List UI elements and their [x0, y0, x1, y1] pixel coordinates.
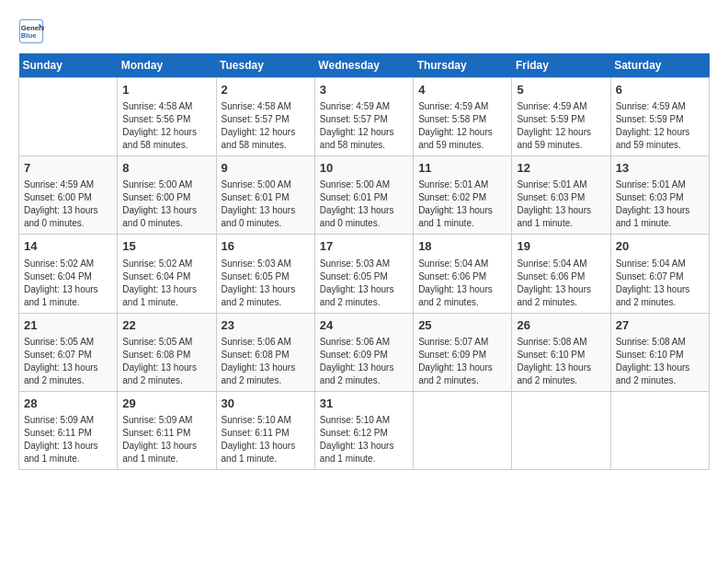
header-friday: Friday — [512, 53, 610, 78]
calendar-cell: 5Sunrise: 4:59 AM Sunset: 5:59 PM Daylig… — [512, 78, 610, 156]
day-number: 12 — [517, 160, 605, 177]
calendar-cell: 14Sunrise: 5:02 AM Sunset: 6:04 PM Dayli… — [19, 235, 118, 313]
day-number: 15 — [122, 238, 210, 255]
header-wednesday: Wednesday — [314, 53, 413, 78]
week-row-1: 1Sunrise: 4:58 AM Sunset: 5:56 PM Daylig… — [19, 78, 710, 156]
calendar-cell: 23Sunrise: 5:06 AM Sunset: 6:08 PM Dayli… — [216, 313, 314, 391]
calendar-cell: 8Sunrise: 5:00 AM Sunset: 6:00 PM Daylig… — [118, 156, 216, 235]
calendar-table: SundayMondayTuesdayWednesdayThursdayFrid… — [18, 53, 710, 470]
day-info: Sunrise: 5:01 AM Sunset: 6:03 PM Dayligh… — [517, 178, 605, 230]
day-info: Sunrise: 5:10 AM Sunset: 6:12 PM Dayligh… — [320, 414, 408, 465]
page-header: General Blue — [18, 18, 710, 44]
day-number: 29 — [122, 396, 210, 412]
day-info: Sunrise: 5:08 AM Sunset: 6:10 PM Dayligh… — [616, 336, 704, 387]
day-info: Sunrise: 5:01 AM Sunset: 6:03 PM Dayligh… — [616, 178, 704, 230]
day-info: Sunrise: 5:10 AM Sunset: 6:11 PM Dayligh… — [222, 414, 310, 465]
calendar-cell: 20Sunrise: 5:04 AM Sunset: 6:07 PM Dayli… — [610, 235, 709, 313]
day-info: Sunrise: 5:00 AM Sunset: 6:00 PM Dayligh… — [122, 178, 210, 230]
day-number: 6 — [616, 82, 704, 98]
day-info: Sunrise: 5:05 AM Sunset: 6:08 PM Dayligh… — [122, 336, 210, 387]
day-number: 14 — [24, 238, 112, 255]
day-info: Sunrise: 5:06 AM Sunset: 6:08 PM Dayligh… — [222, 336, 310, 387]
day-number: 28 — [24, 396, 112, 412]
calendar-cell: 22Sunrise: 5:05 AM Sunset: 6:08 PM Dayli… — [118, 313, 216, 391]
calendar-cell: 24Sunrise: 5:06 AM Sunset: 6:09 PM Dayli… — [314, 313, 413, 391]
calendar-cell: 12Sunrise: 5:01 AM Sunset: 6:03 PM Dayli… — [512, 156, 610, 235]
calendar-cell: 19Sunrise: 5:04 AM Sunset: 6:06 PM Dayli… — [512, 235, 610, 313]
calendar-cell — [19, 78, 118, 156]
day-number: 10 — [320, 160, 408, 177]
day-info: Sunrise: 5:07 AM Sunset: 6:09 PM Dayligh… — [418, 336, 506, 387]
day-number: 24 — [320, 317, 408, 334]
header-sunday: Sunday — [19, 53, 118, 78]
day-info: Sunrise: 5:02 AM Sunset: 6:04 PM Dayligh… — [24, 258, 112, 309]
svg-text:General: General — [21, 24, 44, 32]
day-info: Sunrise: 4:59 AM Sunset: 6:00 PM Dayligh… — [24, 178, 112, 230]
header-thursday: Thursday — [414, 53, 512, 78]
day-number: 26 — [517, 317, 605, 334]
calendar-cell: 16Sunrise: 5:03 AM Sunset: 6:05 PM Dayli… — [216, 235, 314, 313]
day-info: Sunrise: 5:00 AM Sunset: 6:01 PM Dayligh… — [320, 178, 408, 230]
header-tuesday: Tuesday — [216, 53, 314, 78]
calendar-cell: 2Sunrise: 4:58 AM Sunset: 5:57 PM Daylig… — [216, 78, 314, 156]
day-number: 5 — [517, 82, 605, 98]
day-info: Sunrise: 5:06 AM Sunset: 6:09 PM Dayligh… — [320, 336, 408, 387]
calendar-cell: 17Sunrise: 5:03 AM Sunset: 6:05 PM Dayli… — [314, 235, 413, 313]
calendar-cell: 30Sunrise: 5:10 AM Sunset: 6:11 PM Dayli… — [216, 391, 314, 469]
day-info: Sunrise: 5:04 AM Sunset: 6:06 PM Dayligh… — [418, 258, 506, 309]
calendar-cell — [512, 391, 610, 469]
day-number: 18 — [418, 238, 506, 255]
day-info: Sunrise: 4:58 AM Sunset: 5:57 PM Dayligh… — [222, 100, 310, 152]
header-monday: Monday — [118, 53, 216, 78]
calendar-cell: 26Sunrise: 5:08 AM Sunset: 6:10 PM Dayli… — [512, 313, 610, 391]
day-info: Sunrise: 5:09 AM Sunset: 6:11 PM Dayligh… — [122, 414, 210, 465]
day-number: 17 — [320, 238, 408, 255]
calendar-cell: 18Sunrise: 5:04 AM Sunset: 6:06 PM Dayli… — [414, 235, 512, 313]
day-info: Sunrise: 5:09 AM Sunset: 6:11 PM Dayligh… — [24, 414, 112, 465]
calendar-cell: 27Sunrise: 5:08 AM Sunset: 6:10 PM Dayli… — [610, 313, 709, 391]
header-row: SundayMondayTuesdayWednesdayThursdayFrid… — [19, 53, 710, 78]
day-number: 13 — [616, 160, 704, 177]
calendar-cell: 15Sunrise: 5:02 AM Sunset: 6:04 PM Dayli… — [118, 235, 216, 313]
day-info: Sunrise: 5:05 AM Sunset: 6:07 PM Dayligh… — [24, 336, 112, 387]
day-info: Sunrise: 4:59 AM Sunset: 5:59 PM Dayligh… — [616, 100, 704, 152]
calendar-cell: 13Sunrise: 5:01 AM Sunset: 6:03 PM Dayli… — [610, 156, 709, 235]
day-number: 27 — [616, 317, 704, 334]
header-saturday: Saturday — [610, 53, 709, 78]
calendar-cell — [610, 391, 709, 469]
day-number: 19 — [517, 238, 605, 255]
day-info: Sunrise: 4:58 AM Sunset: 5:56 PM Dayligh… — [122, 100, 210, 152]
calendar-cell: 29Sunrise: 5:09 AM Sunset: 6:11 PM Dayli… — [118, 391, 216, 469]
day-number: 2 — [222, 82, 310, 98]
calendar-cell: 3Sunrise: 4:59 AM Sunset: 5:57 PM Daylig… — [314, 78, 413, 156]
day-info: Sunrise: 5:00 AM Sunset: 6:01 PM Dayligh… — [222, 178, 310, 230]
day-number: 4 — [418, 82, 506, 98]
day-number: 31 — [320, 396, 408, 412]
day-info: Sunrise: 4:59 AM Sunset: 5:58 PM Dayligh… — [418, 100, 506, 152]
day-info: Sunrise: 5:04 AM Sunset: 6:06 PM Dayligh… — [517, 258, 605, 309]
week-row-3: 14Sunrise: 5:02 AM Sunset: 6:04 PM Dayli… — [19, 235, 710, 313]
day-number: 20 — [616, 238, 704, 255]
day-info: Sunrise: 5:03 AM Sunset: 6:05 PM Dayligh… — [320, 258, 408, 309]
day-info: Sunrise: 5:04 AM Sunset: 6:07 PM Dayligh… — [616, 258, 704, 309]
day-number: 8 — [122, 160, 210, 177]
week-row-5: 28Sunrise: 5:09 AM Sunset: 6:11 PM Dayli… — [19, 391, 710, 469]
day-info: Sunrise: 5:03 AM Sunset: 6:05 PM Dayligh… — [222, 258, 310, 309]
logo: General Blue — [18, 18, 48, 44]
calendar-cell — [414, 391, 512, 469]
calendar-cell: 25Sunrise: 5:07 AM Sunset: 6:09 PM Dayli… — [414, 313, 512, 391]
day-number: 3 — [320, 82, 408, 98]
calendar-cell: 31Sunrise: 5:10 AM Sunset: 6:12 PM Dayli… — [314, 391, 413, 469]
day-info: Sunrise: 4:59 AM Sunset: 5:59 PM Dayligh… — [517, 100, 605, 152]
day-number: 9 — [222, 160, 310, 177]
week-row-4: 21Sunrise: 5:05 AM Sunset: 6:07 PM Dayli… — [19, 313, 710, 391]
calendar-cell: 6Sunrise: 4:59 AM Sunset: 5:59 PM Daylig… — [610, 78, 709, 156]
svg-text:Blue: Blue — [21, 31, 37, 40]
day-number: 25 — [418, 317, 506, 334]
day-number: 16 — [222, 238, 310, 255]
day-info: Sunrise: 5:02 AM Sunset: 6:04 PM Dayligh… — [122, 258, 210, 309]
day-number: 1 — [122, 82, 210, 98]
day-number: 7 — [24, 160, 112, 177]
day-number: 23 — [222, 317, 310, 334]
calendar-cell: 10Sunrise: 5:00 AM Sunset: 6:01 PM Dayli… — [314, 156, 413, 235]
